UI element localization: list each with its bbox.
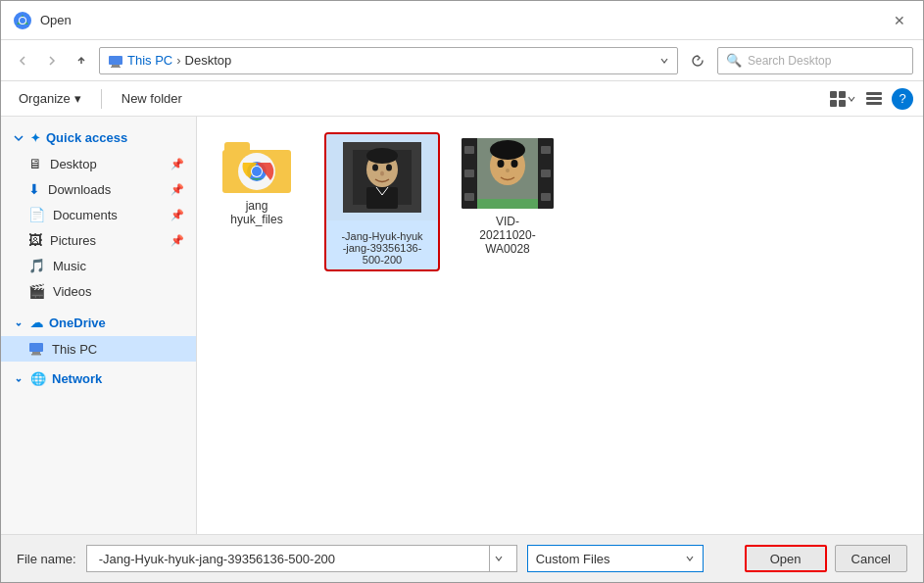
help-button[interactable]: ? [892,88,913,110]
network-header[interactable]: 🌐 Network [1,365,196,392]
network-label: Network [52,371,102,386]
onedrive-icon: ☁ [30,316,43,330]
desktop-icon: 🖥 [28,156,42,171]
pin-icon-documents: 📌 [170,209,184,221]
file-item-video[interactable]: VID-20211020-WA0028 [463,132,552,262]
folder-icon [222,138,291,193]
network-icon: 🌐 [30,371,46,386]
sidebar-item-pictures[interactable]: 🖼 Pictures 📌 [1,227,196,253]
selected-thumb [326,134,438,220]
sidebar-item-music[interactable]: 🎵 Music [1,253,196,278]
folder-label: jang hyuk_files [219,199,295,226]
quick-access-header[interactable]: ✦ Quick access [1,124,196,151]
sidebar-item-desktop[interactable]: 🖥 Desktop 📌 [1,151,196,176]
onedrive-label: OneDrive [49,316,106,330]
video-thumb [462,138,554,209]
svg-rect-10 [866,92,882,95]
action-buttons: Open Cancel [745,545,907,572]
downloads-icon: ⬇ [28,181,40,197]
forward-button[interactable] [40,49,64,73]
selected-file-label: -Jang-Hyuk-hyuk-jang-39356136-500-200 [339,226,424,269]
search-icon: 🔍 [726,53,742,68]
filename-dropdown-button[interactable] [489,546,509,571]
sidebar-label-desktop: Desktop [50,157,97,171]
organize-button[interactable]: Organize ▾ [11,87,89,110]
sidebar-item-videos[interactable]: 🎬 Videos [1,278,196,304]
thispc-label: This PC [52,342,97,357]
sidebar-label-downloads: Downloads [48,182,111,197]
search-box[interactable]: 🔍 Search Desktop [717,47,913,74]
path-thispc: This PC [108,53,172,69]
bottom-bar: File name: Custom Files Open Cancel [1,534,923,582]
toolbar: Organize ▾ New folder [1,81,923,117]
svg-rect-5 [111,67,121,68]
open-button[interactable]: Open [745,545,827,572]
pin-icon-desktop: 📌 [170,158,184,170]
new-folder-button[interactable]: New folder [114,87,190,110]
cancel-button[interactable]: Cancel [835,545,907,572]
back-button[interactable] [11,49,34,73]
file-type-select[interactable]: Custom Files [527,545,704,572]
svg-rect-6 [830,91,837,98]
quick-access-label: Quick access [46,130,127,145]
svg-point-25 [386,165,392,171]
refresh-button[interactable] [684,47,711,74]
quick-access-icon: ✦ [30,131,40,145]
videos-icon: 🎬 [28,283,45,299]
svg-rect-11 [866,97,882,100]
svg-rect-7 [839,91,846,98]
sidebar-item-thispc[interactable]: This PC [1,336,196,362]
file-name-input-wrapper[interactable] [86,545,517,572]
svg-point-23 [366,148,398,164]
dialog-title: Open [40,13,888,27]
svg-rect-8 [830,100,837,107]
file-area: jang hyuk_files [197,117,923,534]
file-name-field[interactable] [95,552,489,566]
sidebar-item-documents[interactable]: 📄 Documents 📌 [1,202,196,227]
svg-point-30 [490,140,525,160]
svg-point-31 [498,160,505,168]
svg-point-19 [252,167,262,176]
svg-point-32 [511,160,518,168]
file-type-label: Custom Files [536,552,685,566]
svg-point-26 [380,171,384,176]
view-dropdown-button[interactable] [829,85,856,113]
svg-point-33 [506,169,510,172]
sidebar: ✦ Quick access 🖥 Desktop 📌 ⬇ Downloads 📌… [1,117,197,534]
sidebar-label-music: Music [53,259,86,273]
up-button[interactable] [70,49,93,73]
sidebar-label-videos: Videos [53,284,92,299]
svg-rect-13 [29,343,43,352]
pin-icon-downloads: 📌 [170,183,184,196]
address-path[interactable]: This PC › Desktop [99,47,678,74]
documents-icon: 📄 [28,207,45,222]
window-icon [13,11,32,30]
file-item-selected[interactable]: -Jang-Hyuk-hyuk-jang-39356136-500-200 [324,132,440,271]
path-sep1: › [176,53,180,68]
open-dialog: Open ✕ This PC › Desktop [0,0,924,583]
path-desktop: Desktop [185,53,232,68]
pin-icon-pictures: 📌 [170,234,184,247]
onedrive-header[interactable]: ☁ OneDrive [1,310,196,336]
svg-rect-4 [112,65,120,67]
svg-point-2 [20,18,25,24]
pictures-icon: 🖼 [28,232,42,248]
file-item-folder[interactable]: jang hyuk_files [213,132,301,232]
svg-point-24 [372,165,378,171]
title-bar: Open ✕ [1,1,923,40]
sidebar-label-documents: Documents [53,208,118,222]
video-file-label: VID-20211020-WA0028 [469,215,546,256]
file-name-label: File name: [17,552,76,566]
music-icon: 🎵 [28,258,45,273]
close-button[interactable]: ✕ [888,9,911,32]
main-content: ✦ Quick access 🖥 Desktop 📌 ⬇ Downloads 📌… [1,117,923,534]
svg-rect-14 [32,352,40,354]
search-placeholder: Search Desktop [748,54,831,68]
svg-rect-15 [31,354,41,356]
svg-rect-3 [109,56,122,65]
sidebar-item-downloads[interactable]: ⬇ Downloads 📌 [1,176,196,202]
toolbar-right: ? [829,85,913,113]
details-view-button[interactable] [860,85,888,113]
svg-rect-34 [477,199,538,209]
toolbar-separator [101,89,102,109]
